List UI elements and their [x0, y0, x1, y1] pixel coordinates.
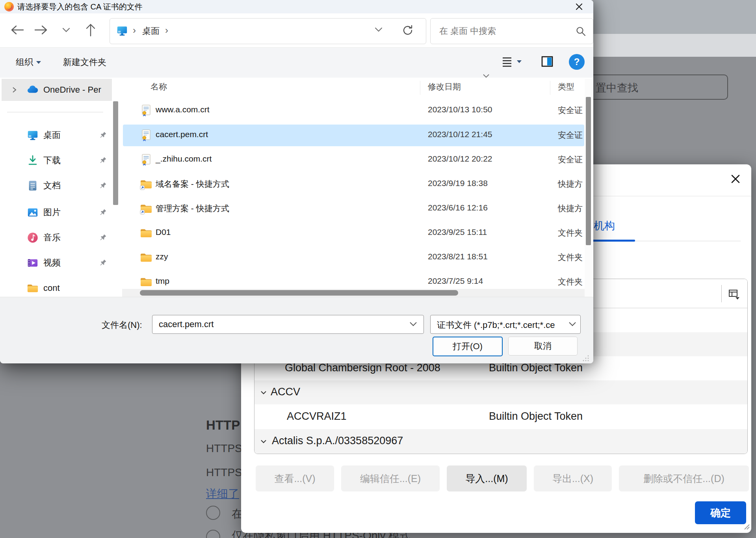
- file-date: 2023/9/19 18:38: [428, 179, 488, 188]
- screen: 置中查找 HTTP HTTPS HTTPS 详细了 在所 仅在隐私窗口启用 HT…: [0, 0, 756, 538]
- column-header-type[interactable]: 类型: [558, 81, 574, 92]
- horizontal-scrollbar-thumb[interactable]: [140, 290, 458, 296]
- file-type: 文件夹: [558, 276, 584, 287]
- sort-ascending-icon: [483, 74, 490, 78]
- cert-name: Global Chambersign Root - 2008: [285, 362, 440, 374]
- sidebar-scrollbar-thumb[interactable]: [113, 101, 118, 205]
- search-placeholder: 在 桌面 中搜索: [439, 25, 496, 37]
- file-row-d01[interactable]: D01 2023/9/25 15:11 文件夹: [123, 222, 584, 244]
- file-name: 域名备案 - 快捷方式: [156, 179, 229, 190]
- sidebar-item-onedrive[interactable]: OneDrive - Per: [2, 79, 112, 101]
- header-column-separator: [721, 285, 722, 302]
- file-row-tmp[interactable]: tmp 2023/7/25 9:14 文件夹: [123, 271, 584, 289]
- import-button[interactable]: 导入...(M): [447, 465, 527, 491]
- sidebar-item-documents[interactable]: 文档: [2, 175, 112, 196]
- cert-dialog-close-button[interactable]: [729, 172, 745, 188]
- search-box[interactable]: 在 桌面 中搜索: [430, 18, 593, 44]
- file-type: 快捷方: [558, 203, 584, 214]
- dialog-close-button[interactable]: [573, 1, 587, 13]
- sidebar-item-label: 桌面: [43, 129, 61, 141]
- filename-input[interactable]: cacert.pem.crt: [152, 315, 424, 334]
- column-separator[interactable]: [550, 81, 550, 95]
- videos-icon: [27, 257, 39, 269]
- up-button[interactable]: [82, 21, 99, 39]
- certificate-icon: [140, 104, 152, 117]
- file-row-cacert-pem-crt[interactable]: cacert.pem.crt 2023/10/12 21:45 安全证: [123, 125, 584, 146]
- forward-button[interactable]: [32, 21, 50, 39]
- column-header-date[interactable]: 修改日期: [428, 81, 461, 92]
- back-button[interactable]: [9, 21, 26, 39]
- tab-authorities[interactable]: 机构: [594, 219, 615, 233]
- question-mark-icon: ?: [574, 56, 580, 67]
- cert-device: Builtin Object Token: [489, 362, 583, 374]
- document-icon: [27, 180, 39, 192]
- folder-icon: [140, 276, 152, 288]
- cert-group-row[interactable]: ACCV: [254, 380, 747, 404]
- sidebar-item-label: 图片: [43, 207, 61, 218]
- open-button[interactable]: 打开(O): [433, 337, 503, 356]
- cancel-button[interactable]: 取消: [508, 337, 578, 356]
- sidebar-item-desktop[interactable]: 桌面: [2, 125, 112, 145]
- pin-icon: [98, 181, 107, 190]
- desktop-icon: [116, 25, 128, 37]
- tab-strip-baseline: [635, 241, 741, 241]
- ok-button[interactable]: 确定: [695, 501, 746, 524]
- sidebar-item-cont[interactable]: cont: [2, 278, 112, 298]
- filetype-value: 证书文件 (*.p7b;*.crt;*.cert;*.ce: [437, 319, 567, 331]
- sidebar-item-label: 视频: [43, 257, 61, 269]
- settings-search-input: 置中查找: [574, 74, 728, 100]
- sidebar-item-videos[interactable]: 视频: [2, 253, 112, 273]
- file-date: 2023/10/13 10:50: [428, 105, 492, 114]
- file-row-domain-shortcut[interactable]: 域名备案 - 快捷方式 2023/9/19 18:38 快捷方: [123, 173, 584, 195]
- filetype-select[interactable]: 证书文件 (*.p7b;*.crt;*.cert;*.ce: [430, 315, 581, 334]
- view-mode-button[interactable]: [501, 56, 522, 67]
- navigation-bar: › 桌面 › 在 桌面 中搜索: [0, 13, 593, 47]
- file-row-www-a-com-crt[interactable]: www.a.com.crt 2023/10/13 10:50 安全证: [123, 100, 584, 121]
- help-button[interactable]: ?: [569, 54, 585, 70]
- pin-icon: [98, 233, 107, 242]
- folder-icon: [140, 227, 152, 239]
- sidebar-item-downloads[interactable]: 下载: [2, 150, 112, 171]
- sidebar-item-pictures[interactable]: 图片: [2, 202, 112, 223]
- file-date: 2023/10/12 20:22: [428, 154, 492, 164]
- preview-pane-button[interactable]: [541, 55, 554, 68]
- cert-group-row[interactable]: Actalis S.p.A./03358520967: [254, 429, 747, 454]
- resize-grip-icon[interactable]: [582, 355, 589, 362]
- file-name: cacert.pem.crt: [156, 130, 208, 139]
- file-row-admin-shortcut[interactable]: 管理方案 - 快捷方式 2023/6/16 12:16 快捷方: [123, 198, 584, 220]
- cert-group-name: ACCV: [271, 386, 300, 398]
- file-row-zhihu-com-crt[interactable]: _.zhihu.com.crt 2023/10/12 20:22 安全证: [123, 149, 584, 171]
- sidebar-item-label: 下载: [43, 155, 61, 166]
- pin-icon: [98, 131, 107, 140]
- address-history-button[interactable]: [375, 27, 383, 32]
- sidebar-item-music[interactable]: 音乐: [2, 227, 112, 248]
- firefox-icon: [4, 2, 14, 12]
- file-name: D01: [156, 227, 171, 237]
- desktop-icon: [27, 129, 39, 141]
- column-picker-button[interactable]: [727, 288, 741, 301]
- radio-private-windows-only: [206, 530, 220, 538]
- resize-grip-icon[interactable]: [742, 522, 750, 530]
- sidebar-item-label: cont: [43, 283, 60, 293]
- list-scrollbar-thumb[interactable]: [586, 97, 591, 245]
- file-date: 2023/9/25 15:11: [428, 227, 487, 237]
- address-bar[interactable]: › 桌面 ›: [110, 18, 426, 44]
- cert-group-name: Actalis S.p.A./03358520967: [272, 435, 403, 447]
- title-bar: 请选择要导入的包含 CA 证书的文件: [0, 0, 593, 13]
- cert-row[interactable]: ACCVRAIZ1 Builtin Object Token: [254, 405, 747, 429]
- radio-enable-all-windows: [206, 506, 220, 520]
- pin-icon: [98, 156, 107, 165]
- organize-button[interactable]: 组织: [16, 56, 41, 68]
- refresh-button[interactable]: [401, 24, 414, 37]
- preview-pane-icon: [541, 55, 554, 68]
- new-folder-button[interactable]: 新建文件夹: [63, 56, 106, 68]
- breadcrumb-desktop[interactable]: 桌面: [142, 25, 160, 37]
- recent-locations-button[interactable]: [58, 21, 75, 39]
- file-row-zzy[interactable]: zzy 2023/8/21 18:51 文件夹: [123, 247, 584, 268]
- column-separator[interactable]: [420, 81, 420, 95]
- cert-device: Builtin Object Token: [489, 410, 583, 423]
- column-header-name[interactable]: 名称: [150, 81, 167, 92]
- background-toolbar-band: [589, 34, 756, 57]
- delete-or-distrust-button: 删除或不信任...(D): [619, 465, 749, 491]
- sidebar-item-label: 文档: [43, 180, 61, 192]
